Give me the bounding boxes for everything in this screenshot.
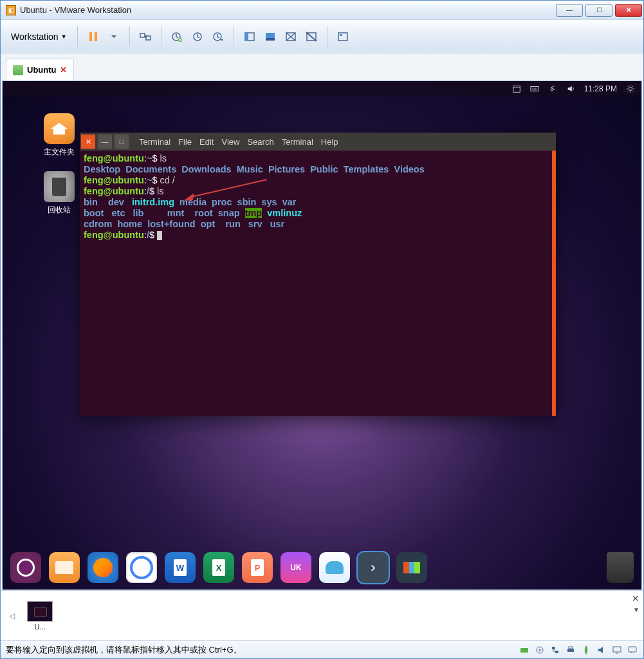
svg-rect-11 <box>266 38 275 41</box>
term-menu-terminal[interactable]: Terminal <box>139 137 170 147</box>
gnome-top-panel: 11:28 PM <box>3 81 641 97</box>
window-title: Ubuntu - VMware Workstation <box>20 5 555 15</box>
term-menu-edit[interactable]: Edit <box>199 137 214 147</box>
minimize-button[interactable]: — <box>556 4 583 17</box>
view-fullscreen-icon[interactable] <box>261 28 279 46</box>
guest-desktop: 11:28 PM 主文件夹 回收站 ✕ — □ TerminalFile <box>3 81 641 589</box>
status-printer-icon[interactable] <box>565 645 576 655</box>
svg-rect-26 <box>567 649 574 652</box>
svg-rect-24 <box>552 647 555 649</box>
term-menu-search[interactable]: Search <box>247 137 273 147</box>
svg-line-19 <box>189 180 267 198</box>
svg-rect-9 <box>245 33 248 41</box>
term-menu-view[interactable]: View <box>221 137 239 147</box>
thumbnail-image <box>27 601 53 622</box>
pause-icon[interactable] <box>84 28 102 46</box>
keyboard-icon[interactable] <box>530 84 539 93</box>
home-folder-icon <box>44 113 75 144</box>
desktop-home-icon[interactable]: 主文件夹 <box>39 113 80 158</box>
trash-label: 回收站 <box>39 205 80 216</box>
svg-rect-0 <box>89 32 92 41</box>
gear-icon[interactable] <box>626 84 635 93</box>
snapshot-manage-icon[interactable] <box>209 28 227 46</box>
dock-show-apps-icon[interactable] <box>10 552 41 583</box>
term-menu-help[interactable]: Help <box>321 137 338 147</box>
svg-marker-20 <box>185 194 194 200</box>
status-sound-icon[interactable] <box>596 645 607 655</box>
term-minimize-icon[interactable]: — <box>98 135 112 149</box>
thumbnail-label: U... <box>21 623 59 631</box>
send-keys-icon[interactable] <box>136 28 154 46</box>
vm-tabstrip: Ubuntu ✕ <box>1 53 643 80</box>
svg-rect-21 <box>520 648 528 653</box>
vm-tab-label: Ubuntu <box>27 65 56 75</box>
status-disk-icon[interactable] <box>519 645 530 655</box>
dock-excel-icon[interactable]: X <box>203 552 234 583</box>
close-button[interactable]: ✕ <box>615 4 642 17</box>
tab-close-icon[interactable]: ✕ <box>60 65 67 75</box>
status-network-icon[interactable] <box>549 645 561 655</box>
svg-rect-27 <box>569 647 573 649</box>
status-cd-icon[interactable] <box>534 645 546 655</box>
dock-apps-grid-icon[interactable] <box>396 552 427 583</box>
status-text: 要将输入定向到该虚拟机，请将鼠标指针移入其中或按 Ctrl+G。 <box>6 644 242 656</box>
terminal-titlebar[interactable]: ✕ — □ TerminalFileEditViewSearchTerminal… <box>80 133 556 151</box>
clock-label[interactable]: 11:28 PM <box>584 84 617 93</box>
svg-rect-2 <box>140 33 145 37</box>
snapshot-revert-icon[interactable] <box>189 28 207 46</box>
svg-point-18 <box>629 87 632 90</box>
svg-rect-1 <box>95 32 97 41</box>
view-single-icon[interactable] <box>241 28 259 46</box>
svg-rect-28 <box>613 647 621 652</box>
dock-word-icon[interactable]: W <box>165 552 196 583</box>
status-display-icon[interactable] <box>611 645 623 655</box>
vm-viewport[interactable]: 11:28 PM 主文件夹 回收站 ✕ — □ TerminalFile <box>2 80 642 590</box>
annotation-arrow-icon <box>185 178 268 204</box>
dock-android-icon[interactable] <box>319 552 350 583</box>
view-library-icon[interactable] <box>334 28 352 46</box>
network-icon[interactable] <box>548 84 557 93</box>
terminal-body[interactable]: feng@ubuntu:~$ lsDesktop Documents Downl… <box>80 151 556 416</box>
svg-rect-17 <box>531 87 538 91</box>
panel-close-icon[interactable]: ✕ <box>632 593 639 604</box>
vm-tab-ubuntu[interactable]: Ubuntu ✕ <box>6 59 74 80</box>
calendar-icon[interactable] <box>512 84 521 93</box>
dock-trash-icon[interactable] <box>607 552 634 583</box>
status-usb-icon[interactable] <box>580 645 592 655</box>
term-menu-file[interactable]: File <box>178 137 192 147</box>
toolbar: Workstation ▼ <box>1 20 643 53</box>
dock-files-icon[interactable] <box>49 552 80 583</box>
dock-firefox-icon[interactable] <box>87 552 118 583</box>
term-menu-terminal[interactable]: Terminal <box>282 137 313 147</box>
term-close-icon[interactable]: ✕ <box>81 135 95 149</box>
dock-powerpoint-icon[interactable]: P <box>242 552 273 583</box>
term-maximize-icon[interactable]: □ <box>115 135 129 149</box>
terminal-scrollbar[interactable] <box>552 151 556 416</box>
window-titlebar: ◧ Ubuntu - VMware Workstation — ☐ ✕ <box>1 1 643 20</box>
panel-dropdown-icon[interactable]: ▼ <box>633 606 639 613</box>
desktop-trash-icon[interactable]: 回收站 <box>39 171 80 216</box>
statusbar: 要将输入定向到该虚拟机，请将鼠标指针移入其中或按 Ctrl+G。 <box>1 640 643 658</box>
dock-chromium-icon[interactable] <box>126 552 157 583</box>
svg-rect-3 <box>146 36 151 40</box>
svg-rect-29 <box>629 647 636 652</box>
svg-point-23 <box>539 649 541 651</box>
thumb-prev-button[interactable]: ◁ <box>6 597 17 635</box>
snapshot-take-icon[interactable] <box>168 28 186 46</box>
status-message-icon[interactable] <box>627 645 638 655</box>
pause-dropdown-icon[interactable] <box>105 28 123 46</box>
home-label: 主文件夹 <box>39 147 80 158</box>
thumbnail-panel: ◁ U... ✕ ▼ <box>1 590 643 640</box>
terminal-window[interactable]: ✕ — □ TerminalFileEditViewSearchTerminal… <box>80 133 556 416</box>
volume-icon[interactable] <box>566 84 575 93</box>
dock-next-icon[interactable]: › <box>358 552 389 583</box>
vm-tab-icon <box>13 65 23 75</box>
trash-icon <box>44 171 75 202</box>
svg-rect-15 <box>340 34 342 36</box>
view-unity-icon[interactable] <box>282 28 300 46</box>
maximize-button[interactable]: ☐ <box>585 4 612 17</box>
view-stretch-icon[interactable] <box>302 28 320 46</box>
vm-thumbnail[interactable]: U... <box>21 601 59 631</box>
dock-software-icon[interactable]: UK <box>281 552 311 583</box>
workstation-menu[interactable]: Workstation ▼ <box>7 29 71 44</box>
